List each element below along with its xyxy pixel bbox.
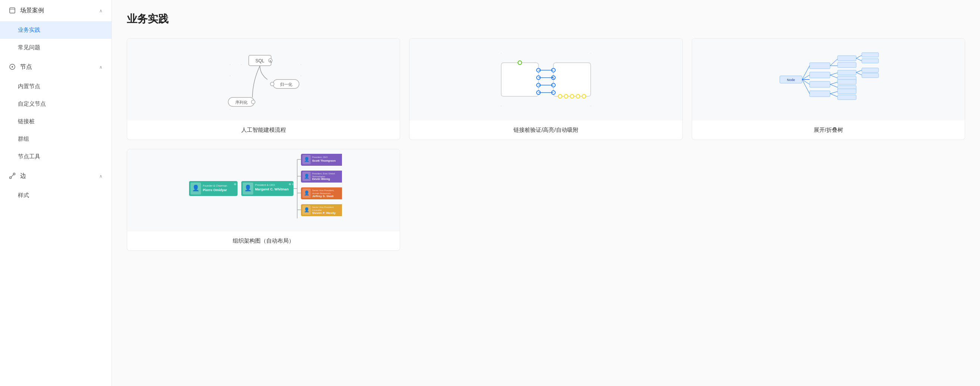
svg-text:Devin Wenig: Devin Wenig — [312, 177, 330, 181]
svg-point-39 — [582, 94, 586, 98]
sidebar-section-scenarios: 场景案例 ∧ 业务实践 常见问题 — [0, 0, 111, 56]
card-expand-tree[interactable]: Node — [692, 38, 965, 140]
svg-point-43 — [500, 105, 501, 106]
svg-point-36 — [564, 94, 568, 98]
ai-flow-svg: SQL ↖ 归一化 序列化 — [208, 42, 320, 117]
sidebar-section-edge-header[interactable]: 边 ∧ — [0, 165, 111, 187]
svg-line-65 — [830, 75, 838, 78]
svg-point-13 — [270, 82, 274, 86]
org-chart-svg: 👤 Founder & Chairman Pierre Omidyar ⊕ ⊖ … — [185, 149, 342, 231]
svg-line-73 — [830, 94, 838, 97]
sidebar-section-edge: 边 ∧ 样式 — [0, 165, 111, 204]
svg-rect-62 — [862, 53, 878, 57]
svg-text:Scott Thompson: Scott Thompson — [312, 159, 336, 163]
svg-point-18 — [240, 64, 242, 65]
sidebar-section-nodes-header[interactable]: 节点 ∧ — [0, 56, 111, 78]
sidebar-item-custom[interactable]: 自定义节点 — [0, 95, 111, 113]
svg-text:President, Exec Global: President, Exec Global — [312, 172, 335, 175]
card-ai-flow-label: 人工智能建模流程 — [127, 121, 400, 140]
svg-rect-49 — [810, 72, 830, 78]
page-title: 业务实践 — [127, 12, 965, 26]
card-link-validation[interactable]: ↖ 链接桩验证/高亮/自动吸附 — [409, 38, 682, 140]
tree-diagram-svg: Node — [772, 42, 884, 117]
svg-text:👤: 👤 — [304, 173, 309, 179]
svg-text:Jeffrey S. Skoll: Jeffrey S. Skoll — [312, 195, 333, 198]
svg-point-16 — [251, 100, 255, 104]
sidebar-item-business[interactable]: 业务实践 — [0, 21, 111, 39]
svg-text:序列化: 序列化 — [235, 100, 247, 105]
svg-point-35 — [558, 94, 562, 98]
svg-rect-78 — [862, 68, 878, 72]
card-org-chart[interactable]: 👤 Founder & Chairman Pierre Omidyar ⊕ ⊖ … — [127, 149, 400, 251]
sidebar: 场景案例 ∧ 业务实践 常见问题 节点 ∧ 内置节点 自定义节点 链接桩 群组 — [0, 0, 112, 386]
svg-text:Node: Node — [787, 78, 795, 82]
nodes-icon — [9, 64, 16, 71]
svg-line-60 — [856, 55, 862, 58]
svg-rect-74 — [838, 89, 856, 94]
svg-point-3 — [11, 66, 13, 67]
svg-line-64 — [830, 73, 838, 75]
sidebar-item-link-pile[interactable]: 链接桩 — [0, 113, 111, 130]
edge-label: 边 — [20, 172, 26, 180]
svg-text:Pierre Omidyar: Pierre Omidyar — [203, 188, 227, 192]
scenarios-label: 场景案例 — [20, 7, 44, 14]
svg-text:President, CEO: President, CEO — [312, 156, 328, 158]
svg-text:👤: 👤 — [244, 184, 252, 191]
card-link-validation-preview: ↖ — [409, 38, 682, 121]
main-content: 业务实践 SQL ↖ 归一化 序列化 — [112, 0, 980, 386]
svg-point-23 — [300, 109, 301, 110]
svg-rect-70 — [838, 80, 856, 85]
card-org-chart-preview: 👤 Founder & Chairman Pierre Omidyar ⊕ ⊖ … — [127, 149, 400, 231]
svg-point-26 — [518, 61, 522, 65]
scenarios-icon — [9, 7, 16, 14]
svg-line-55 — [802, 80, 810, 94]
svg-line-68 — [830, 82, 838, 85]
svg-text:⊕ ⊖: ⊕ ⊖ — [289, 183, 294, 186]
svg-text:Margaret C. Whitman: Margaret C. Whitman — [255, 187, 289, 191]
edge-chevron: ∧ — [99, 174, 103, 179]
link-diagram-svg: ↖ — [490, 42, 602, 117]
sidebar-section-nodes: 节点 ∧ 内置节点 自定义节点 链接桩 群组 节点工具 — [0, 56, 111, 165]
svg-text:Founder & Chairman: Founder & Chairman — [203, 184, 227, 187]
svg-point-44 — [590, 105, 591, 106]
svg-rect-48 — [810, 63, 830, 69]
svg-text:👤: 👤 — [304, 207, 309, 212]
card-org-chart-label: 组织架构图（自动布局） — [127, 231, 400, 250]
svg-line-72 — [830, 91, 838, 94]
sidebar-item-group[interactable]: 群组 — [0, 130, 111, 148]
svg-text:↖: ↖ — [269, 59, 272, 64]
edge-icon — [9, 172, 16, 180]
svg-point-41 — [500, 53, 501, 54]
svg-text:SQL: SQL — [255, 58, 264, 64]
sidebar-item-faq[interactable]: 常见问题 — [0, 39, 111, 56]
svg-text:Senior Vice President: Senior Vice President — [312, 206, 334, 208]
svg-point-38 — [576, 94, 580, 98]
sidebar-item-node-tools[interactable]: 节点工具 — [0, 148, 111, 165]
svg-text:👤: 👤 — [192, 184, 199, 191]
svg-line-77 — [856, 72, 862, 75]
svg-point-17 — [229, 64, 231, 65]
nodes-label: 节点 — [20, 63, 32, 71]
svg-line-76 — [856, 70, 862, 72]
svg-line-56 — [830, 59, 838, 66]
sidebar-item-builtin[interactable]: 内置节点 — [0, 78, 111, 95]
card-ai-flow-preview: SQL ↖ 归一化 序列化 — [127, 38, 400, 121]
svg-text:👤: 👤 — [304, 156, 309, 162]
svg-point-20 — [300, 64, 301, 65]
card-ai-flow[interactable]: SQL ↖ 归一化 序列化 — [127, 38, 400, 140]
card-expand-tree-preview: Node — [692, 38, 965, 121]
nodes-chevron: ∧ — [99, 65, 103, 70]
cards-grid: SQL ↖ 归一化 序列化 — [127, 38, 965, 251]
svg-line-61 — [856, 58, 862, 61]
svg-rect-24 — [501, 63, 538, 96]
sidebar-section-scenarios-header[interactable]: 场景案例 ∧ — [0, 0, 111, 21]
svg-rect-25 — [554, 63, 591, 96]
svg-rect-63 — [862, 59, 878, 63]
svg-point-21 — [300, 75, 301, 77]
svg-rect-59 — [838, 62, 856, 67]
svg-rect-66 — [838, 70, 856, 75]
sidebar-item-style[interactable]: 样式 — [0, 187, 111, 204]
svg-rect-58 — [838, 56, 856, 61]
svg-line-69 — [830, 85, 838, 87]
svg-point-22 — [229, 109, 231, 110]
